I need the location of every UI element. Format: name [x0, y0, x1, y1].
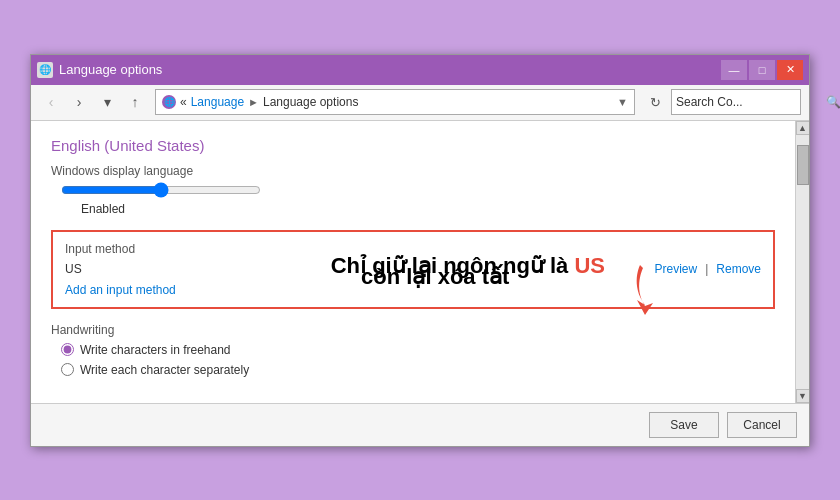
radio-freehand-label: Write characters in freehand — [80, 343, 231, 357]
input-method-label: Input method — [65, 242, 761, 256]
breadcrumb-separator: « — [180, 95, 187, 109]
breadcrumb-icon: 🌐 — [162, 95, 176, 109]
windows-display-label: Windows display language — [51, 164, 775, 178]
refresh-button[interactable]: ↻ — [643, 90, 667, 114]
language-title: English (United States) — [51, 137, 775, 154]
main-content: English (United States) Windows display … — [31, 121, 795, 403]
remove-link[interactable]: Remove — [716, 262, 761, 276]
scrollbar-track[interactable] — [796, 135, 809, 389]
search-input[interactable] — [676, 95, 826, 109]
scrollbar-thumb[interactable] — [797, 145, 809, 185]
maximize-button[interactable]: □ — [749, 60, 775, 80]
back-button[interactable]: ‹ — [39, 90, 63, 114]
enabled-text: Enabled — [81, 202, 775, 216]
window-icon: 🌐 — [37, 62, 53, 78]
forward-button[interactable]: › — [67, 90, 91, 114]
breadcrumb-language[interactable]: Language — [191, 95, 244, 109]
search-button[interactable]: 🔍 — [826, 95, 840, 109]
breadcrumb-current: Language options — [263, 95, 358, 109]
cancel-button[interactable]: Cancel — [727, 412, 797, 438]
minimize-button[interactable]: — — [721, 60, 747, 80]
radio-separate[interactable] — [61, 363, 74, 376]
scroll-down-button[interactable]: ▼ — [796, 389, 810, 403]
scroll-up-button[interactable]: ▲ — [796, 121, 810, 135]
handwriting-label: Handwriting — [51, 323, 775, 337]
window-controls: — □ ✕ — [721, 60, 803, 80]
breadcrumb-bar: 🌐 « Language ► Language options ▼ — [155, 89, 635, 115]
main-window: 🌐 Language options — □ ✕ ‹ › ▾ ↑ 🌐 « Lan… — [30, 54, 810, 447]
radio-freehand[interactable] — [61, 343, 74, 356]
input-method-row: US Preview | Remove — [65, 262, 761, 276]
toolbar: ‹ › ▾ ↑ 🌐 « Language ► Language options … — [31, 85, 809, 121]
slider-row — [51, 182, 775, 198]
close-button[interactable]: ✕ — [777, 60, 803, 80]
radio-row-freehand: Write characters in freehand — [61, 343, 775, 357]
handwriting-section: Handwriting Write characters in freehand… — [51, 323, 775, 377]
search-bar: 🔍 — [671, 89, 801, 115]
input-method-section: Input method US Preview | Remove Add an … — [51, 230, 775, 309]
breadcrumb-chevron[interactable]: ▼ — [617, 96, 628, 108]
content-area: English (United States) Windows display … — [31, 121, 809, 403]
title-bar: 🌐 Language options — □ ✕ — [31, 55, 809, 85]
window-title: Language options — [59, 62, 162, 77]
dropdown-arrow-button[interactable]: ▾ — [95, 90, 119, 114]
up-button[interactable]: ↑ — [123, 90, 147, 114]
add-input-link[interactable]: Add an input method — [65, 283, 176, 297]
breadcrumb-arrow: ► — [248, 96, 259, 108]
scrollbar: ▲ ▼ — [795, 121, 809, 403]
radio-separate-label: Write each character separately — [80, 363, 249, 377]
save-button[interactable]: Save — [649, 412, 719, 438]
link-separator: | — [705, 262, 708, 276]
input-method-links: Preview | Remove — [655, 262, 762, 276]
input-us: US — [65, 262, 82, 276]
display-language-slider[interactable] — [61, 182, 261, 198]
footer-bar: Save Cancel — [31, 403, 809, 446]
preview-link[interactable]: Preview — [655, 262, 698, 276]
title-bar-left: 🌐 Language options — [37, 62, 162, 78]
radio-row-separate: Write each character separately — [61, 363, 775, 377]
